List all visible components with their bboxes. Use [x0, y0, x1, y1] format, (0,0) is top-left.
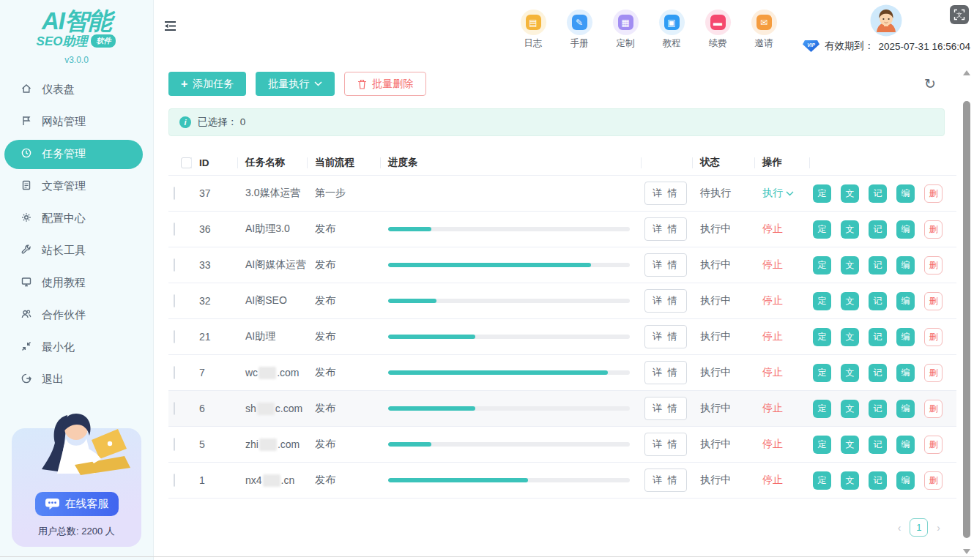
- op-delete-button[interactable]: 删: [924, 471, 943, 490]
- vertical-scrollbar[interactable]: [961, 63, 973, 560]
- op-delete-button[interactable]: 删: [924, 364, 943, 382]
- op-record-button[interactable]: 记: [869, 184, 887, 203]
- action-link[interactable]: 停止: [755, 474, 810, 487]
- action-link[interactable]: 停止: [755, 402, 810, 415]
- action-link[interactable]: 停止: [755, 223, 810, 236]
- op-schedule-button[interactable]: 定: [813, 220, 831, 239]
- op-article-button[interactable]: 文: [841, 328, 859, 346]
- sidebar-item-合作伙伴[interactable]: 合作伙伴: [0, 301, 143, 330]
- op-edit-button[interactable]: 编: [896, 400, 915, 418]
- op-delete-button[interactable]: 删: [924, 184, 943, 203]
- prev-page-arrow[interactable]: ‹: [898, 522, 901, 534]
- row-checkbox[interactable]: [174, 223, 175, 236]
- op-article-button[interactable]: 文: [841, 471, 859, 490]
- op-delete-button[interactable]: 删: [924, 220, 943, 239]
- row-checkbox[interactable]: [174, 474, 175, 487]
- op-article-button[interactable]: 文: [841, 400, 859, 418]
- op-delete-button[interactable]: 删: [924, 256, 943, 275]
- screenshot-translate-icon[interactable]: 文: [950, 5, 969, 24]
- sidebar-item-最小化[interactable]: 最小化: [0, 333, 143, 362]
- scrollbar-thumb[interactable]: [963, 101, 970, 538]
- op-delete-button[interactable]: 删: [924, 292, 943, 310]
- topbar-manual-icon[interactable]: ✎ 手册: [565, 10, 593, 50]
- topbar-custom-icon[interactable]: ▦ 定制: [611, 10, 639, 50]
- detail-button[interactable]: 详 情: [644, 361, 687, 384]
- scroll-up-arrow[interactable]: [963, 70, 970, 75]
- row-checkbox[interactable]: [174, 258, 175, 272]
- sidebar-item-文章管理[interactable]: 文章管理: [0, 172, 143, 201]
- detail-button[interactable]: 详 情: [644, 253, 687, 277]
- op-record-button[interactable]: 记: [869, 471, 887, 490]
- action-link[interactable]: 停止: [755, 330, 810, 343]
- row-checkbox[interactable]: [174, 187, 175, 200]
- op-edit-button[interactable]: 编: [896, 220, 915, 239]
- refresh-icon[interactable]: ↻: [924, 77, 936, 91]
- op-delete-button[interactable]: 删: [924, 328, 943, 346]
- detail-button[interactable]: 详 情: [644, 182, 687, 205]
- detail-button[interactable]: 详 情: [644, 289, 687, 313]
- detail-button[interactable]: 详 情: [644, 217, 687, 241]
- sidebar-item-任务管理[interactable]: 任务管理: [4, 140, 143, 169]
- sidebar-item-网站管理[interactable]: 网站管理: [0, 108, 143, 137]
- op-schedule-button[interactable]: 定: [813, 328, 831, 346]
- detail-button[interactable]: 详 情: [644, 433, 687, 456]
- action-link[interactable]: 停止: [755, 366, 810, 379]
- row-checkbox[interactable]: [174, 366, 175, 379]
- row-checkbox[interactable]: [174, 330, 175, 343]
- batch-execute-button[interactable]: 批量执行: [256, 72, 335, 96]
- action-link[interactable]: 停止: [755, 294, 810, 307]
- op-edit-button[interactable]: 编: [896, 471, 915, 490]
- op-edit-button[interactable]: 编: [896, 256, 915, 275]
- topbar-log-icon[interactable]: ▤ 日志: [519, 10, 547, 50]
- op-edit-button[interactable]: 编: [896, 364, 915, 382]
- sidebar-item-仪表盘[interactable]: 仪表盘: [0, 75, 143, 105]
- detail-button[interactable]: 详 情: [644, 397, 687, 420]
- op-edit-button[interactable]: 编: [896, 328, 915, 346]
- op-record-button[interactable]: 记: [869, 436, 887, 454]
- sidebar-item-站长工具[interactable]: 站长工具: [0, 236, 143, 266]
- op-schedule-button[interactable]: 定: [813, 436, 831, 454]
- op-record-button[interactable]: 记: [869, 400, 887, 418]
- topbar-invite-icon[interactable]: ✉ 邀请: [750, 10, 778, 50]
- sidebar-collapse-icon[interactable]: [163, 19, 178, 33]
- batch-delete-button[interactable]: 批量删除: [344, 72, 426, 96]
- op-article-button[interactable]: 文: [841, 364, 859, 382]
- action-link[interactable]: 停止: [755, 438, 810, 451]
- op-edit-button[interactable]: 编: [896, 184, 915, 203]
- select-all-checkbox[interactable]: [181, 157, 192, 168]
- op-schedule-button[interactable]: 定: [813, 256, 831, 275]
- add-task-button[interactable]: + 添加任务: [168, 72, 246, 96]
- online-service-button[interactable]: 在线客服: [35, 492, 119, 516]
- row-checkbox[interactable]: [174, 438, 175, 451]
- op-schedule-button[interactable]: 定: [813, 292, 831, 310]
- op-schedule-button[interactable]: 定: [813, 364, 831, 382]
- row-checkbox[interactable]: [174, 294, 175, 307]
- topbar-tutorial-icon[interactable]: ▣ 教程: [658, 10, 685, 50]
- op-schedule-button[interactable]: 定: [813, 184, 831, 203]
- op-article-button[interactable]: 文: [841, 436, 859, 454]
- op-record-button[interactable]: 记: [869, 364, 887, 382]
- op-article-button[interactable]: 文: [841, 184, 859, 203]
- scroll-down-arrow[interactable]: [963, 549, 970, 554]
- row-checkbox[interactable]: [174, 402, 175, 415]
- op-article-button[interactable]: 文: [841, 220, 859, 239]
- sidebar-item-配置中心[interactable]: 配置中心: [0, 204, 143, 234]
- op-delete-button[interactable]: 删: [924, 400, 943, 418]
- detail-button[interactable]: 详 情: [644, 325, 687, 348]
- op-record-button[interactable]: 记: [869, 328, 887, 346]
- op-edit-button[interactable]: 编: [896, 436, 915, 454]
- topbar-renew-icon[interactable]: ▬ 续费: [704, 10, 732, 50]
- op-article-button[interactable]: 文: [841, 256, 859, 275]
- next-page-arrow[interactable]: ›: [937, 522, 940, 534]
- sidebar-item-退出[interactable]: 退出: [0, 365, 143, 395]
- op-schedule-button[interactable]: 定: [813, 400, 831, 418]
- op-article-button[interactable]: 文: [841, 292, 859, 310]
- op-edit-button[interactable]: 编: [896, 292, 915, 310]
- op-record-button[interactable]: 记: [869, 220, 887, 239]
- page-number[interactable]: 1: [910, 518, 928, 537]
- user-avatar[interactable]: [870, 4, 902, 37]
- op-delete-button[interactable]: 删: [924, 436, 943, 454]
- op-record-button[interactable]: 记: [869, 256, 887, 275]
- detail-button[interactable]: 详 情: [644, 468, 687, 492]
- action-link[interactable]: 停止: [755, 258, 810, 272]
